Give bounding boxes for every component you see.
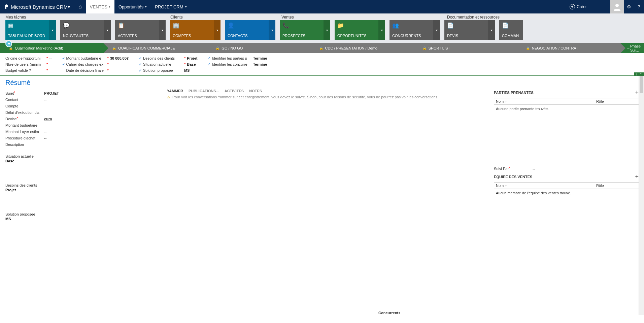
- prospects-icon: 📞: [282, 22, 328, 29]
- expand-icon[interactable]: ▾: [488, 20, 495, 40]
- tile-comptes[interactable]: 🏢COMPTES▾: [170, 20, 221, 40]
- field-value[interactable]: Base: [187, 62, 196, 66]
- field-value[interactable]: Terminé: [253, 56, 267, 60]
- news-icon: 💬: [63, 22, 108, 29]
- tile-activites[interactable]: 📋ACTIVITÉS▾: [115, 20, 166, 40]
- stage-qualification-marketing[interactable]: 🔒Qualification Marketing (Actif): [0, 43, 103, 53]
- panel-concurrents-title: Concurrents: [378, 311, 400, 315]
- add-team-button[interactable]: +: [635, 173, 639, 180]
- stage-negociation[interactable]: 🔒NEGOCIATION / CONTRAT: [517, 43, 620, 53]
- expand-icon[interactable]: ▾: [159, 20, 166, 40]
- info-icon: i: [636, 72, 637, 76]
- stage-qualification-commerciale[interactable]: 🔒QUALIFICATION COMMERCIALE: [103, 43, 207, 53]
- field-label: Date de décision finale: [66, 68, 107, 72]
- tab-yammer[interactable]: YAMMER: [167, 89, 183, 93]
- field-value[interactable]: --: [533, 167, 535, 172]
- expand-icon[interactable]: ▾: [269, 20, 275, 40]
- subsection-label: Besoins des clients: [5, 183, 160, 187]
- tab-activites[interactable]: ACTIVITÉS: [225, 89, 244, 93]
- field-value[interactable]: --: [110, 62, 112, 66]
- tile-label: TABLEAUX DE BORD: [8, 34, 53, 38]
- field-label: Suivi Par: [494, 167, 509, 171]
- subsection-label: Solution proposée: [5, 212, 160, 216]
- field-value[interactable]: --: [44, 142, 46, 148]
- yammer-text: Pour voir les conversations Yammer sur c…: [172, 95, 438, 99]
- nav-ventes[interactable]: VENTES ▾: [86, 0, 114, 13]
- subsection-value[interactable]: Base: [5, 159, 160, 163]
- tile-label: PROSPECTS: [282, 34, 328, 38]
- check-icon: ✓: [62, 56, 65, 61]
- tile-label: COMPTES: [173, 34, 218, 38]
- sort-up-icon: ↑: [505, 184, 507, 188]
- orders-icon: 📄: [502, 22, 520, 29]
- nav-projet-crm[interactable]: PROJET CRM ▾: [151, 0, 191, 13]
- check-icon: ✓: [62, 62, 65, 67]
- crm-logo-icon: [4, 4, 9, 9]
- tile-concurrents[interactable]: 👥CONCURRENTS▾: [389, 20, 440, 40]
- settings-button[interactable]: ⚙: [624, 0, 634, 13]
- expand-icon[interactable]: ▾: [49, 20, 56, 40]
- field-value[interactable]: euro: [44, 117, 52, 122]
- activities-icon: 📋: [118, 22, 163, 29]
- field-value[interactable]: Projet: [187, 56, 197, 60]
- field-value[interactable]: --: [110, 68, 112, 72]
- field-value[interactable]: --: [49, 62, 52, 66]
- lock-icon: 🔒: [422, 46, 427, 50]
- field-value[interactable]: PROJET: [44, 91, 59, 96]
- field-value[interactable]: --: [44, 110, 46, 116]
- parties-table-header: Nom ↑ Rôle: [494, 98, 639, 105]
- subsection-value[interactable]: Projet: [5, 188, 160, 192]
- nav-home[interactable]: ⌂: [74, 0, 86, 13]
- stage-go-nogo[interactable]: 🔒GO / NO GO: [207, 43, 310, 53]
- field-value[interactable]: --: [49, 68, 52, 72]
- expand-icon[interactable]: ▾: [214, 20, 221, 40]
- stage-col-1: Origine de l'opportuni*-- Nbre de users …: [5, 55, 52, 73]
- col-nom[interactable]: Nom ↑: [496, 184, 596, 188]
- tile-tableaux-de-bord[interactable]: ▦TABLEAUX DE BORD▾: [5, 20, 56, 40]
- create-button[interactable]: + Créer: [566, 0, 590, 13]
- tile-prospects[interactable]: 📞PROSPECTS▾: [280, 20, 330, 40]
- field-value[interactable]: --: [49, 56, 52, 60]
- info-tab[interactable]: i⌃: [634, 72, 644, 76]
- tile-label: NOUVEAUTÉS: [63, 34, 108, 38]
- field-value[interactable]: --: [44, 98, 46, 103]
- panel-parties-header: PARTIES PRENANTES +: [494, 89, 639, 96]
- user-avatar[interactable]: [610, 0, 624, 13]
- tile-label: OPPORTUNITÉS: [337, 34, 382, 38]
- tiles-row: ▦TABLEAUX DE BORD▾ 💬NOUVEAUTÉS▾ 📋ACTIVIT…: [0, 20, 644, 43]
- person-icon: [613, 3, 621, 11]
- chevron-down-icon: ▾: [68, 4, 70, 10]
- stage-short-list[interactable]: 🔒SHORT LIST: [414, 43, 517, 53]
- expand-icon[interactable]: ▾: [378, 20, 385, 40]
- field-value[interactable]: MS: [184, 68, 190, 72]
- tile-contacts[interactable]: 👤CONTACTS▾: [225, 20, 275, 40]
- help-button[interactable]: ?: [634, 0, 644, 13]
- expand-icon[interactable]: ▾: [104, 20, 111, 40]
- field-value[interactable]: 30 000,00€: [110, 56, 129, 60]
- nav-opportunites[interactable]: Opportunités ▾: [114, 0, 151, 13]
- tab-notes[interactable]: NOTES: [249, 89, 262, 93]
- col-role[interactable]: Rôle: [596, 99, 637, 103]
- expand-icon[interactable]: ▾: [324, 20, 330, 40]
- scrollbar-thumb[interactable]: [640, 76, 643, 93]
- nav-label: PROJET CRM: [155, 4, 183, 9]
- col-role[interactable]: Rôle: [596, 184, 637, 188]
- tab-publications[interactable]: PUBLICATIONS...: [189, 89, 219, 93]
- tile-devis[interactable]: 📄DEVIS▾: [444, 20, 495, 40]
- tile-nouveautes[interactable]: 💬NOUVEAUTÉS▾: [60, 20, 111, 40]
- app-logo[interactable]: Microsoft Dynamics CRM ▾: [0, 0, 74, 13]
- app-title: Microsoft Dynamics CRM: [11, 4, 68, 10]
- field-value[interactable]: --: [44, 130, 46, 135]
- field-label: Besoins des clients: [143, 56, 184, 60]
- cat-documentation: Documentation et ressources: [447, 15, 500, 20]
- add-party-button[interactable]: +: [635, 89, 639, 96]
- tile-commandes[interactable]: 📄COMMAN: [499, 20, 523, 40]
- col-nom[interactable]: Nom ↑: [496, 99, 596, 103]
- vertical-scrollbar[interactable]: [639, 76, 644, 315]
- subsection-value[interactable]: MS: [5, 217, 160, 221]
- expand-icon[interactable]: ▾: [433, 20, 440, 40]
- tile-opportunites[interactable]: 📁OPPORTUNITÉS▾: [335, 20, 385, 40]
- field-value[interactable]: --: [44, 136, 46, 141]
- stage-cdc-presentation[interactable]: 🔒CDC / PRESENTATION / Demo: [310, 43, 414, 53]
- field-value[interactable]: Terminé: [253, 62, 267, 66]
